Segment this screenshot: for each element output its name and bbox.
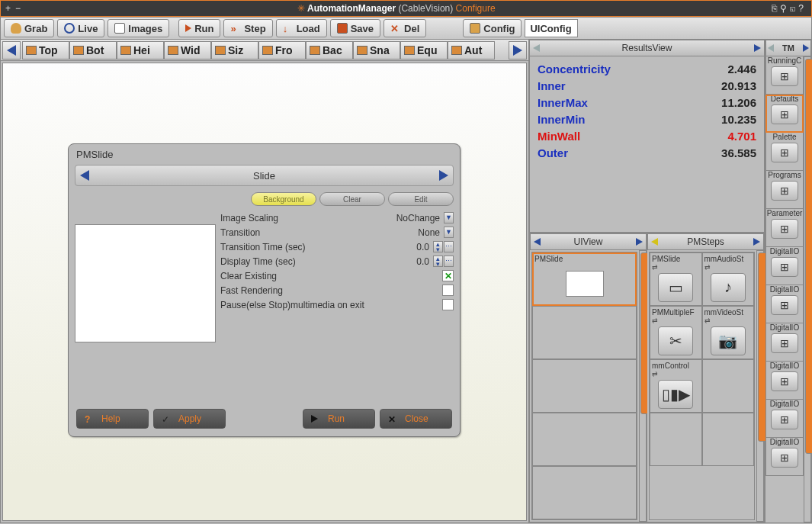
pmsteps-cell[interactable] xyxy=(702,413,755,466)
dropdown-icon[interactable]: ▼ xyxy=(444,212,454,223)
results-panel: Concentricity2.446Inner20.913InnerMax11.… xyxy=(529,56,765,233)
close-button[interactable]: ✕Close xyxy=(380,409,452,429)
sec-button-top[interactable]: Top xyxy=(22,41,69,59)
arrow-left-icon[interactable] xyxy=(533,44,540,52)
fast-rendering-checkbox[interactable] xyxy=(442,285,454,296)
window-add-icon[interactable]: + xyxy=(5,3,11,14)
step-button[interactable]: »Step xyxy=(223,19,272,37)
tab-edit[interactable]: Edit xyxy=(388,192,454,206)
scrollbar[interactable] xyxy=(804,56,811,522)
pmsteps-cell[interactable] xyxy=(702,359,755,413)
tab-background[interactable]: Background xyxy=(251,192,316,206)
dialog-next-button[interactable] xyxy=(439,170,448,181)
sec-button-bot[interactable]: Bot xyxy=(69,41,117,59)
more-icon[interactable]: ⋯ xyxy=(444,241,454,252)
spinner-icon[interactable]: ▴▾ xyxy=(433,241,443,252)
arrow-right-icon[interactable] xyxy=(754,44,761,52)
del-button[interactable]: ✕Del xyxy=(384,19,426,37)
live-button[interactable]: Live xyxy=(57,19,104,37)
result-row: Outer36.585 xyxy=(538,145,756,162)
result-name: Inner xyxy=(538,79,566,92)
pmsteps-header: PMSteps xyxy=(647,233,764,250)
tool-icon xyxy=(404,46,415,55)
tm-icon: ⊞ xyxy=(771,181,798,201)
arrow-left-icon[interactable] xyxy=(651,238,658,246)
save-button[interactable]: Save xyxy=(330,19,380,37)
app-title: AutomationManager xyxy=(307,3,396,14)
arrow-left-icon[interactable] xyxy=(768,44,774,52)
help-button[interactable]: ?Help xyxy=(76,409,149,429)
tm-item[interactable]: DigitalIO⊞ xyxy=(765,285,804,323)
tm-item[interactable]: DigitalIO⊞ xyxy=(765,362,804,400)
arrow-right-icon[interactable] xyxy=(636,238,643,246)
spinner-icon[interactable]: ▴▾ xyxy=(433,256,443,267)
tm-item[interactable]: DigitalIO⊞ xyxy=(765,323,804,362)
tm-item[interactable]: Defaults⊞ xyxy=(765,95,804,133)
uiview-cell[interactable] xyxy=(532,413,637,466)
tab-clear[interactable]: Clear xyxy=(319,192,385,206)
tm-item[interactable]: Parameter⊞ xyxy=(765,209,804,247)
tm-item[interactable]: DigitalIO⊞ xyxy=(765,247,804,285)
tm-icon: ⊞ xyxy=(771,410,798,429)
clear-existing-checkbox[interactable]: ✕ xyxy=(442,270,454,281)
dialog-prev-button[interactable] xyxy=(80,170,89,181)
pause-stop-checkbox[interactable] xyxy=(442,299,454,310)
load-button[interactable]: ↓Load xyxy=(276,19,327,37)
grab-button[interactable]: Grab xyxy=(4,19,54,37)
result-row: InnerMax11.206 xyxy=(538,95,756,111)
sec-button-equ[interactable]: Equ xyxy=(400,41,448,59)
tm-item[interactable]: Palette⊞ xyxy=(765,133,804,171)
uiview-cell[interactable] xyxy=(532,359,637,413)
result-name: MinWall xyxy=(538,130,580,143)
uiview-cell[interactable] xyxy=(532,466,637,519)
pmsteps-cell[interactable]: mmAudioSt⇄♪ xyxy=(702,252,755,306)
circle-icon xyxy=(64,23,75,34)
sec-button-wid[interactable]: Wid xyxy=(164,41,211,59)
arrow-left-icon[interactable] xyxy=(534,238,541,246)
sec-button-aut[interactable]: Aut xyxy=(448,41,495,59)
window-help-icon[interactable]: ? xyxy=(798,3,807,14)
sec-button-bac[interactable]: Bac xyxy=(306,41,353,59)
window-minimize-icon[interactable]: − xyxy=(15,3,21,14)
scrollbar[interactable] xyxy=(756,250,764,522)
result-row: Concentricity2.446 xyxy=(538,61,756,78)
config-input[interactable] xyxy=(525,19,578,37)
sec-button-fro[interactable]: Fro xyxy=(258,41,306,59)
dialog-run-button[interactable]: Run xyxy=(303,409,375,429)
prop-display-time-value: 0.0 xyxy=(379,256,432,267)
pmsteps-cell[interactable]: PMMultipleF⇄✂ xyxy=(650,306,702,359)
window-tool-icon[interactable]: ⚲ xyxy=(780,3,790,14)
sec-button-sna[interactable]: Sna xyxy=(353,41,400,59)
window-save-icon[interactable]: ⎘ xyxy=(772,3,780,14)
dropdown-icon[interactable]: ▼ xyxy=(444,227,454,238)
pmsteps-grid: PMSlide⇄▭mmAudioSt⇄♪PMMultipleF⇄✂mmVideo… xyxy=(649,252,755,520)
window-max-icon[interactable]: ◱ xyxy=(790,3,798,14)
pmsteps-cell[interactable] xyxy=(650,413,702,466)
apply-button[interactable]: ✓Apply xyxy=(153,409,226,429)
nav-prev-button[interactable] xyxy=(2,41,21,59)
run-button[interactable]: Run xyxy=(178,19,220,37)
pmsteps-cell[interactable]: PMSlide⇄▭ xyxy=(650,252,702,306)
uiview-cell[interactable] xyxy=(532,306,637,359)
uiview-cell[interactable]: PMSlide xyxy=(532,252,637,306)
arrow-right-icon[interactable] xyxy=(803,44,809,52)
nav-next-button[interactable] xyxy=(509,41,527,59)
arrow-right-icon[interactable] xyxy=(753,238,760,246)
more-icon[interactable]: ⋯ xyxy=(444,256,454,267)
scrollbar[interactable] xyxy=(639,250,647,522)
sec-button-hei[interactable]: Hei xyxy=(117,41,164,59)
result-name: InnerMin xyxy=(538,113,586,126)
config-button[interactable]: Config xyxy=(463,19,522,37)
images-button[interactable]: Images xyxy=(108,19,169,37)
prop-transition-label: Transition xyxy=(220,227,390,238)
sec-button-siz[interactable]: Siz xyxy=(211,41,258,59)
tm-item[interactable]: RunningC⊞ xyxy=(765,56,804,95)
tm-item[interactable]: DigitalIO⊞ xyxy=(765,400,804,438)
tm-icon: ⊞ xyxy=(771,333,798,353)
tm-item[interactable]: DigitalIO⊞ xyxy=(765,438,804,476)
result-value: 2.446 xyxy=(727,63,756,76)
pmsteps-cell[interactable]: mmControl⇄▯▮▶ xyxy=(650,359,702,413)
pmsteps-cell[interactable]: mmVideoSt⇄📷 xyxy=(702,306,755,359)
tm-item[interactable]: Programs⊞ xyxy=(765,171,804,209)
tool-icon xyxy=(120,46,131,55)
